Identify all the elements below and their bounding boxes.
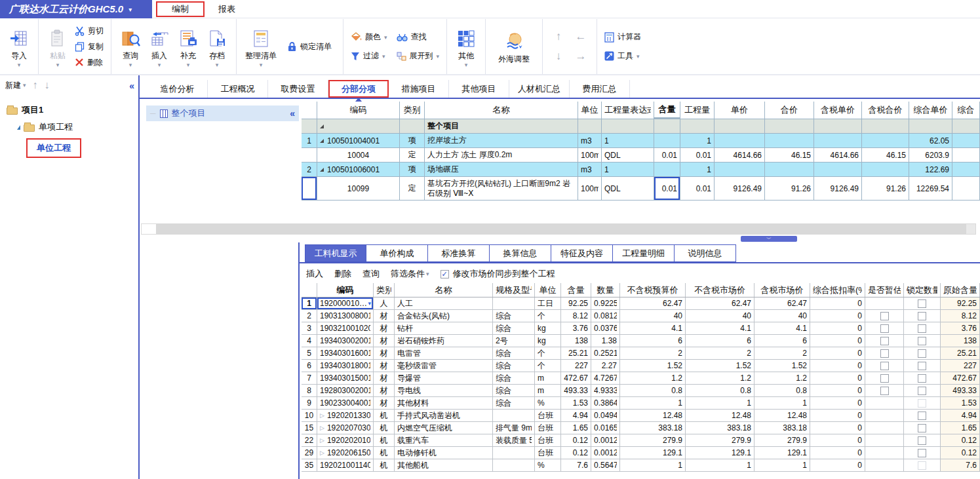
cell[interactable] bbox=[865, 410, 904, 421]
cell[interactable]: 定 bbox=[400, 148, 425, 162]
cell[interactable]: 15 bbox=[302, 422, 317, 434]
cell[interactable]: 6 bbox=[755, 335, 810, 347]
cell[interactable] bbox=[904, 397, 941, 409]
cell[interactable] bbox=[865, 347, 904, 359]
cell[interactable]: 人工 bbox=[395, 297, 493, 309]
checkbox[interactable] bbox=[918, 436, 926, 445]
column-header[interactable]: 单位 bbox=[578, 102, 602, 119]
cell[interactable]: 材 bbox=[374, 397, 395, 409]
cell[interactable]: 193403015001 bbox=[317, 372, 374, 384]
column-header[interactable]: 类别 bbox=[400, 102, 425, 119]
cell[interactable]: 0 bbox=[810, 385, 865, 396]
cell[interactable]: 0.0376 bbox=[591, 322, 620, 334]
cell[interactable]: 2 bbox=[620, 347, 686, 359]
detail-tab-工程量明细[interactable]: 工程量明细 bbox=[613, 244, 675, 262]
cell[interactable]: 3.76 bbox=[561, 322, 591, 334]
cell[interactable]: 4.94 bbox=[941, 410, 980, 421]
cell[interactable] bbox=[862, 134, 909, 147]
cell[interactable] bbox=[865, 360, 904, 372]
cell[interactable]: 190313008001 bbox=[317, 310, 374, 322]
cell[interactable]: 62.47 bbox=[620, 297, 686, 309]
checkbox[interactable] bbox=[880, 387, 889, 395]
checkbox[interactable] bbox=[918, 312, 926, 320]
cell[interactable] bbox=[904, 434, 941, 446]
cell[interactable]: 0 bbox=[810, 459, 865, 471]
cell[interactable]: 25.21 bbox=[941, 347, 980, 359]
collapse-triangle-icon[interactable] bbox=[320, 125, 324, 128]
cell[interactable]: 100501006001 bbox=[317, 163, 400, 176]
app-title-block[interactable]: 广联达水工云计价GHC5.0 ▾ bbox=[0, 0, 152, 18]
cell[interactable]: 1 bbox=[602, 163, 654, 176]
cell[interactable]: 1 bbox=[686, 397, 755, 409]
collapse-sidebar-icon[interactable]: « bbox=[129, 81, 134, 91]
cell[interactable]: 129.1 bbox=[620, 447, 686, 459]
cell[interactable]: 0.8 bbox=[620, 385, 686, 396]
cell[interactable]: 0 bbox=[810, 297, 865, 309]
column-header[interactable]: 含税市场价 bbox=[755, 283, 810, 297]
cell[interactable]: 0 bbox=[810, 447, 865, 459]
cell[interactable]: 193403002001 bbox=[317, 335, 374, 347]
cell[interactable]: 8.12 bbox=[941, 310, 980, 322]
checkbox[interactable] bbox=[918, 424, 926, 432]
cell[interactable]: kg bbox=[535, 335, 561, 347]
cell[interactable]: 合金钻头(风钻) bbox=[395, 310, 493, 322]
lock-list-button[interactable]: 锁定清单 bbox=[284, 40, 334, 54]
checkbox[interactable] bbox=[918, 299, 926, 308]
cell[interactable] bbox=[654, 119, 680, 133]
cell[interactable]: 0 bbox=[810, 434, 865, 446]
cell[interactable]: kg bbox=[535, 322, 561, 334]
cell[interactable] bbox=[654, 163, 680, 176]
cell[interactable]: 个 bbox=[535, 310, 561, 322]
cell[interactable]: 193403016001 bbox=[317, 347, 374, 359]
cell[interactable] bbox=[814, 134, 862, 147]
move-right-button[interactable]: → bbox=[576, 50, 587, 63]
cell[interactable]: 7 bbox=[302, 372, 317, 384]
cell[interactable]: 0 bbox=[810, 410, 865, 421]
caret-down-icon[interactable]: ▾ bbox=[187, 62, 190, 68]
find-button[interactable]: 查找 bbox=[394, 30, 442, 44]
column-header[interactable]: 单价 bbox=[715, 102, 765, 119]
cell[interactable]: 279.9 bbox=[620, 434, 686, 446]
cell[interactable]: 192021001140 bbox=[317, 459, 374, 471]
offshore-adjust-button[interactable]: 外海调整 bbox=[490, 28, 538, 66]
cell[interactable]: 1.38 bbox=[591, 335, 620, 347]
cell[interactable]: 个 bbox=[535, 360, 561, 372]
collapse-panel-icon[interactable]: « bbox=[290, 108, 295, 119]
cell[interactable]: 2 bbox=[755, 347, 810, 359]
cell[interactable]: 挖岸坡土方 bbox=[425, 134, 578, 147]
cell[interactable]: 1 bbox=[620, 397, 686, 409]
cell[interactable]: 35 bbox=[302, 459, 317, 471]
chevron-down-icon[interactable]: ▾ bbox=[128, 6, 132, 13]
cell[interactable]: 193403018001 bbox=[317, 360, 374, 372]
cell[interactable]: 0.01 bbox=[680, 177, 715, 200]
cell[interactable]: 2 bbox=[302, 310, 317, 322]
expanded-triangle-icon[interactable] bbox=[17, 125, 20, 130]
cell[interactable] bbox=[493, 459, 535, 471]
cell[interactable]: 190233004001 bbox=[317, 397, 374, 409]
checkbox[interactable] bbox=[918, 449, 926, 457]
cell[interactable]: 材 bbox=[374, 335, 395, 347]
cell[interactable]: 9126.49 bbox=[715, 177, 765, 200]
cell[interactable]: 227 bbox=[941, 360, 980, 372]
cell[interactable]: 10004 bbox=[317, 148, 400, 162]
cell[interactable]: 岩石硝铵炸药 bbox=[395, 335, 493, 347]
cell[interactable] bbox=[400, 119, 425, 133]
cell[interactable]: 3.76 bbox=[941, 322, 980, 334]
import-button[interactable]: 导入 ▾ bbox=[5, 25, 33, 69]
cell[interactable]: 0.01 bbox=[654, 148, 680, 162]
cell[interactable]: 92.25 bbox=[561, 297, 591, 309]
cell[interactable]: 2 bbox=[686, 347, 755, 359]
cell[interactable]: 12.48 bbox=[686, 410, 755, 421]
cell[interactable]: 190321001020 bbox=[317, 322, 374, 334]
move-left-button[interactable]: ← bbox=[576, 30, 587, 43]
cell[interactable]: 279.9 bbox=[755, 434, 810, 446]
checkbox[interactable] bbox=[918, 337, 926, 345]
column-header[interactable]: 类别 bbox=[374, 283, 395, 297]
cell[interactable]: 0.0012 bbox=[591, 447, 620, 459]
expand-to-button[interactable]: 展开到 ▾ bbox=[394, 49, 442, 63]
cell[interactable]: 472.67 bbox=[561, 372, 591, 384]
column-header[interactable]: 是否暂估 bbox=[865, 283, 904, 297]
detail-tab-说明信息[interactable]: 说明信息 bbox=[675, 244, 736, 262]
cell[interactable] bbox=[904, 410, 941, 421]
new-button[interactable]: 新建 ▾ bbox=[5, 80, 26, 91]
